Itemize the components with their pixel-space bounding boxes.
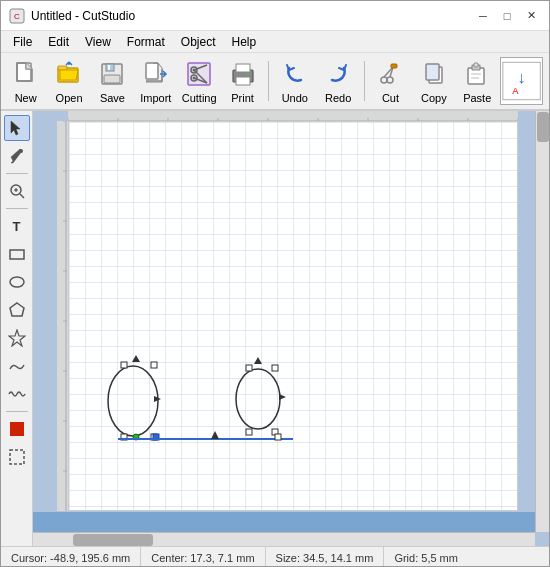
cut-icon xyxy=(374,58,406,90)
ruler-top xyxy=(68,111,518,121)
paper xyxy=(68,121,518,511)
open-label: Open xyxy=(56,92,83,104)
svg-rect-33 xyxy=(471,77,479,79)
svg-rect-42 xyxy=(10,250,24,259)
minimize-button[interactable]: ─ xyxy=(473,6,493,26)
save-button[interactable]: Save xyxy=(92,55,133,107)
tool-zoom[interactable] xyxy=(4,178,30,204)
save-label: Save xyxy=(100,92,125,104)
svg-rect-32 xyxy=(471,73,481,75)
undo-button[interactable]: Undo xyxy=(274,55,315,107)
svg-marker-45 xyxy=(9,330,25,346)
tool-fill[interactable] xyxy=(4,416,30,442)
redo-button[interactable]: Redo xyxy=(318,55,359,107)
tool-text[interactable]: T xyxy=(4,213,30,239)
canvas-wrapper[interactable] xyxy=(33,111,549,546)
title-bar-left: C Untitled - CutStudio xyxy=(9,8,135,24)
horizontal-scrollbar-thumb[interactable] xyxy=(73,534,153,546)
menu-view[interactable]: View xyxy=(77,33,119,51)
tool-wave[interactable] xyxy=(4,381,30,407)
tool-star[interactable] xyxy=(4,325,30,351)
menu-help[interactable]: Help xyxy=(224,33,265,51)
toolbar-sep-1 xyxy=(268,61,269,101)
vertical-scrollbar-thumb[interactable] xyxy=(537,112,549,142)
print-button[interactable]: Print xyxy=(222,55,263,107)
print-label: Print xyxy=(231,92,254,104)
menu-bar: File Edit View Format Object Help xyxy=(1,31,549,53)
open-icon xyxy=(53,58,85,90)
copy-label: Copy xyxy=(421,92,447,104)
cut-button[interactable]: Cut xyxy=(370,55,411,107)
tool-ellipse[interactable] xyxy=(4,269,30,295)
print-icon xyxy=(227,58,259,90)
new-button[interactable]: New xyxy=(5,55,46,107)
svg-text:C: C xyxy=(14,12,20,21)
tool-sep-1 xyxy=(6,173,28,174)
tool-rectangle[interactable] xyxy=(4,241,30,267)
cutting-button[interactable]: Cutting xyxy=(179,55,220,107)
tool-select2[interactable] xyxy=(4,444,30,470)
horizontal-scrollbar[interactable] xyxy=(33,532,535,546)
object-size: Size: 34.5, 14.1 mm xyxy=(266,547,385,567)
cutting-icon xyxy=(183,58,215,90)
redo-icon xyxy=(322,58,354,90)
undo-label: Undo xyxy=(282,92,308,104)
redo-label: Redo xyxy=(325,92,351,104)
toolbar-sep-2 xyxy=(364,61,365,101)
menu-file[interactable]: File xyxy=(5,33,40,51)
tool-select[interactable] xyxy=(4,115,30,141)
menu-format[interactable]: Format xyxy=(119,33,173,51)
tool-polygon[interactable] xyxy=(4,297,30,323)
grid-info: Grid: 5,5 mm xyxy=(384,547,468,567)
import-icon xyxy=(140,58,172,90)
import-label: Import xyxy=(140,92,171,104)
title-controls: ─ □ ✕ xyxy=(473,6,541,26)
tool-sep-2 xyxy=(6,208,28,209)
svg-point-23 xyxy=(387,77,393,83)
svg-rect-46 xyxy=(10,422,24,436)
status-bar: Cursor: -48.9, 195.6 mm Center: 17.3, 7.… xyxy=(1,546,549,567)
cursor-position: Cursor: -48.9, 195.6 mm xyxy=(1,547,141,567)
svg-point-21 xyxy=(246,73,249,76)
main-area: T xyxy=(1,111,549,546)
new-icon xyxy=(10,58,42,90)
paste-icon xyxy=(461,58,493,90)
svg-rect-31 xyxy=(474,63,478,67)
svg-rect-20 xyxy=(236,77,250,85)
thumbnail-area: ↓ A xyxy=(500,57,543,105)
import-button[interactable]: Import xyxy=(135,55,176,107)
copy-button[interactable]: Copy xyxy=(413,55,454,107)
blue-strip xyxy=(33,512,535,532)
menu-edit[interactable]: Edit xyxy=(40,33,77,51)
tool-freehand[interactable] xyxy=(4,353,30,379)
maximize-button[interactable]: □ xyxy=(497,6,517,26)
svg-marker-44 xyxy=(10,303,24,316)
paste-label: Paste xyxy=(463,92,491,104)
center-position: Center: 17.3, 7.1 mm xyxy=(141,547,265,567)
cutting-label: Cutting xyxy=(182,92,217,104)
title-text: Untitled - CutStudio xyxy=(31,9,135,23)
size-text: Size: 34.5, 14.1 mm xyxy=(276,552,374,564)
svg-rect-19 xyxy=(236,64,250,72)
svg-rect-47 xyxy=(10,450,24,464)
left-toolbar: T xyxy=(1,111,33,546)
svg-text:A: A xyxy=(512,86,519,96)
ruler-left xyxy=(57,121,68,511)
title-bar: C Untitled - CutStudio ─ □ ✕ xyxy=(1,1,549,31)
close-button[interactable]: ✕ xyxy=(521,6,541,26)
svg-rect-26 xyxy=(391,64,397,68)
svg-rect-7 xyxy=(104,75,120,83)
svg-point-16 xyxy=(193,69,196,72)
save-icon xyxy=(96,58,128,90)
cut-label: Cut xyxy=(382,92,399,104)
svg-point-17 xyxy=(193,77,196,80)
svg-point-37 xyxy=(19,149,23,153)
open-button[interactable]: Open xyxy=(48,55,89,107)
svg-point-43 xyxy=(10,277,24,287)
svg-rect-9 xyxy=(146,63,158,79)
vertical-scrollbar[interactable] xyxy=(535,111,549,532)
menu-object[interactable]: Object xyxy=(173,33,224,51)
tool-node[interactable] xyxy=(4,143,30,169)
paste-button[interactable]: Paste xyxy=(457,55,498,107)
svg-rect-28 xyxy=(426,64,439,80)
